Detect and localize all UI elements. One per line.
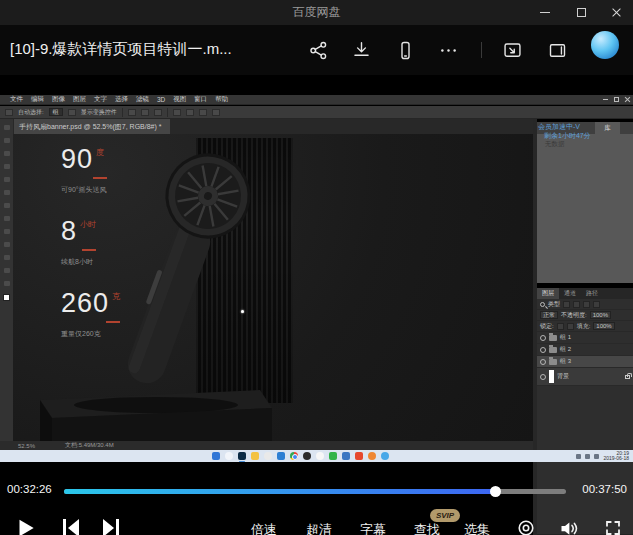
ps-layer-group1: 组 1 [537,332,633,344]
ps-menu-image: 图像 [48,95,69,104]
share-button[interactable] [308,40,329,61]
ps-minimize-icon [603,99,608,100]
ps-menu-type: 文字 [90,95,111,104]
folder-icon [549,347,557,353]
ps-blend-row: 正常 不透明度: 100% [537,310,633,321]
maximize-button[interactable] [563,0,599,25]
app-icon [277,452,285,460]
banner-pedestal [28,382,288,441]
share-icon [308,40,329,61]
tray-up-icon [576,454,581,459]
ps-close-icon [625,97,630,102]
picture-in-picture-button[interactable] [502,40,523,61]
wechat-icon [329,452,337,460]
ps-options-bar: 自动选择: 组 显示变换控件 [0,106,633,119]
current-time: 00:32:26 [7,483,52,495]
ps-library-tab: 库 [595,122,620,134]
download-icon [351,40,372,61]
video-surface[interactable]: 文件 编辑 图像 图层 文字 选择 滤镜 3D 视图 窗口 帮助 自动选择: 组… [0,95,633,462]
close-button[interactable] [599,0,633,25]
file-explorer-icon [251,452,259,460]
more-button[interactable] [438,40,459,61]
ps-menu-view: 视图 [169,95,190,104]
ps-auto-select-label: 自动选择: [18,108,44,117]
video-title: [10]-9.爆款详情页项目特训一.m... [10,40,232,59]
progress-knob[interactable] [490,486,501,497]
app-icon [368,452,376,460]
mini-window-button[interactable] [547,40,568,61]
folder-icon [549,359,557,365]
stat-weight: 260克 重量仅260克 [61,288,120,339]
progress-bar[interactable] [64,489,566,494]
product-fan-image [93,134,313,406]
taskbar-clock: 20:19 2019-06-18 [603,451,629,462]
maximize-icon [577,8,586,17]
progress-fill [64,489,496,494]
ps-opacity-value: 100% [590,311,611,319]
header-divider [481,42,482,58]
speed-button[interactable]: 倍速 [251,521,277,535]
tray-network-icon [585,454,590,459]
floating-widget [600,335,633,391]
ps-lock-row: 锁定: 填充: 100% [537,321,633,332]
app-icon [342,452,350,460]
stat-rotation: 90度 可90°摇头送风 [61,144,107,195]
volume-button[interactable] [558,518,579,535]
floating-widget-dot [611,381,614,384]
ps-menu-edit: 编辑 [27,95,48,104]
ps-auto-select-dropdown: 组 [49,108,63,116]
mouse-cursor [241,310,244,313]
app-icon [381,452,389,460]
eye-icon [540,359,546,365]
ps-layers-tab: 图层 [537,288,559,299]
more-icon [438,40,459,61]
ps-document-tab-row: 手持风扇banner.psd @ 52.5%(图7, RGB/8#) * [13,119,533,134]
ps-menu-select: 选择 [111,95,132,104]
photoshop-icon [238,452,246,460]
fullscreen-button[interactable] [604,519,622,535]
ps-menu-filter: 滤镜 [132,95,153,104]
ps-menu-window: 窗口 [190,95,211,104]
minimize-button[interactable] [527,0,563,25]
svip-badge: SVIP [430,509,460,522]
send-to-phone-button[interactable] [395,40,416,61]
tray-volume-icon [594,454,599,459]
total-time: 00:37:50 [582,483,627,495]
download-button[interactable] [351,40,372,61]
ps-checkbox-icon [68,109,76,116]
stat-underline [93,177,107,179]
subtitle-button[interactable]: 字幕 [360,521,386,535]
episodes-button[interactable]: 选集 [464,521,490,535]
chrome-icon [290,452,298,460]
ps-menu-bar: 文件 编辑 图像 图层 文字 选择 滤镜 3D 视图 窗口 帮助 [0,95,633,105]
eye-icon [540,374,546,380]
eye-icon [540,347,546,353]
ps-channels-tab: 通道 [559,288,581,299]
banner-stats: 90度 可90°摇头送风 8小时 续航8小时 260克 重量仅260克 [61,144,120,339]
quality-button[interactable]: 超清 [306,521,332,535]
ps-layer-background: 背景 [537,368,633,386]
ps-layers-panel: 图层 通道 路径 类型 正常 不透明度: 100% 锁定: 填充: 100% [537,288,633,535]
ps-menu-layer: 图层 [69,95,90,104]
start-icon [212,452,220,460]
next-episode-button[interactable] [100,517,122,535]
record-button[interactable] [517,519,535,535]
banner-ribbed-backdrop [196,138,293,403]
phone-icon [395,40,416,61]
folder-icon [549,335,557,341]
play-button[interactable] [17,517,37,535]
window-titlebar: 百度网盘 [0,0,633,25]
app-icon [303,452,311,460]
find-button[interactable]: 查找 [414,521,440,535]
previous-episode-button[interactable] [60,517,82,535]
eye-icon [540,335,546,341]
search-icon [540,302,545,307]
mini-window-icon [547,40,568,61]
user-avatar[interactable] [591,31,619,59]
layer-thumbnail [549,370,554,383]
ps-layer-filter-row: 类型 [537,299,633,310]
stat-battery: 8小时 续航8小时 [61,216,96,267]
ps-zoom-level: 52.5% [18,443,35,449]
stat-desc: 可90°摇头送风 [61,185,107,195]
ps-library-empty-text: 无数据 [545,140,565,149]
